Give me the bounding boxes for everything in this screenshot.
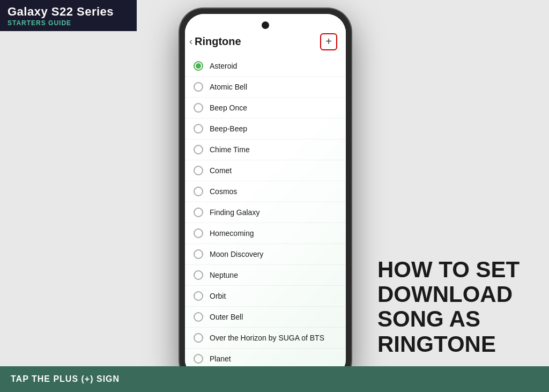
list-item[interactable]: Over the Horizon by SUGA of BTS [185,328,346,349]
list-item[interactable]: Beep-Beep [185,119,346,139]
radio-button[interactable] [194,166,203,175]
ringtone-name-label: Over the Horizon by SUGA of BTS [210,334,324,342]
ringtone-name-label: Atomic Bell [210,83,247,91]
ringtone-name-label: Comet [210,166,232,175]
list-item[interactable]: Finding Galaxy [185,202,346,223]
bottom-bar: TAP THE PLUS (+) SIGN [0,366,549,392]
radio-button[interactable] [194,249,203,259]
list-item[interactable]: Moon Discovery [185,244,346,265]
radio-button[interactable] [194,333,203,343]
list-item[interactable]: Comet [185,160,346,181]
bottom-bar-text: TAP THE PLUS (+) SIGN [11,374,120,384]
list-item[interactable]: Atomic Bell [185,77,346,98]
radio-button[interactable] [194,187,203,196]
ringtone-name-label: Beep Once [210,103,247,112]
phone-body: ‹ Ringtone + AsteroidAtomic BellBeep Onc… [180,9,351,384]
ringtone-name-label: Orbit [210,292,226,300]
radio-inner-dot [196,63,201,69]
list-item[interactable]: Outer Bell [185,307,346,328]
ringtone-name-label: Outer Bell [210,313,243,321]
phone-mockup: ‹ Ringtone + AsteroidAtomic BellBeep Onc… [174,0,357,392]
phone-ui: ‹ Ringtone + AsteroidAtomic BellBeep Onc… [185,14,346,379]
branding-panel: Galaxy S22 Series STARTERS GUIDE [0,0,137,31]
branding-title: Galaxy S22 Series [8,5,129,18]
ringtone-name-label: Finding Galaxy [210,208,259,217]
ringtone-name-label: Homecoming [210,229,254,238]
page-title: Ringtone [192,35,320,48]
list-item[interactable]: Chime Time [185,139,346,160]
list-item[interactable]: Cosmos [185,181,346,202]
list-item[interactable]: Orbit [185,286,346,307]
branding-subtitle: STARTERS GUIDE [8,19,129,27]
radio-button[interactable] [194,103,203,113]
list-item[interactable]: Neptune [185,265,346,286]
radio-button[interactable] [194,354,203,364]
radio-button[interactable] [194,208,203,217]
radio-button[interactable] [194,61,203,71]
right-side-text: HOW TO SET DOWNLOAD SONG AS RINGTONE [377,257,533,357]
list-item[interactable]: Homecoming [185,223,346,244]
list-item[interactable]: Beep Once [185,98,346,119]
plus-icon: + [325,35,332,48]
ringtone-name-label: Asteroid [210,62,237,70]
ringtone-name-label: Moon Discovery [210,250,263,258]
ringtone-name-label: Planet [210,354,231,363]
radio-button[interactable] [194,291,203,301]
radio-button[interactable] [194,312,203,322]
ringtone-name-label: Chime Time [210,145,250,154]
ringtone-header: ‹ Ringtone + [185,14,346,56]
radio-button[interactable] [194,82,203,92]
radio-button[interactable] [194,145,203,154]
radio-button[interactable] [194,270,203,280]
radio-button[interactable] [194,124,203,134]
ringtone-name-label: Neptune [210,271,238,279]
list-item[interactable]: Asteroid [185,56,346,77]
ringtone-name-label: Cosmos [210,187,237,196]
radio-button[interactable] [194,228,203,238]
ringtone-name-label: Beep-Beep [210,124,247,133]
ringtone-list: AsteroidAtomic BellBeep OnceBeep-BeepChi… [185,56,346,379]
phone-camera [262,21,269,29]
phone-screen: ‹ Ringtone + AsteroidAtomic BellBeep Onc… [185,14,346,379]
add-ringtone-button[interactable]: + [320,33,337,50]
